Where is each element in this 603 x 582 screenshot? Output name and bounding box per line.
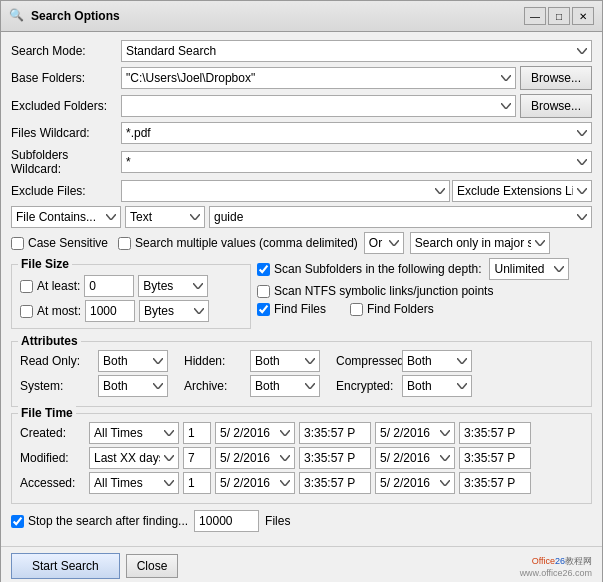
at-most-input[interactable] bbox=[85, 300, 135, 322]
system-select[interactable]: Both bbox=[98, 375, 168, 397]
accessed-n-input[interactable] bbox=[183, 472, 211, 494]
files-wildcard-select[interactable]: *.pdf bbox=[121, 122, 592, 144]
at-most-label: At most: bbox=[37, 304, 81, 318]
case-sensitive-checkbox-label[interactable]: Case Sensitive bbox=[11, 236, 108, 250]
files-wildcard-label: Files Wildcard: bbox=[11, 126, 121, 140]
search-multiple-checkbox[interactable] bbox=[118, 237, 131, 250]
archive-label: Archive: bbox=[184, 379, 244, 393]
at-most-checkbox[interactable] bbox=[20, 305, 33, 318]
created-time2-input[interactable] bbox=[459, 422, 531, 444]
find-folders-text: Find Folders bbox=[367, 302, 434, 316]
exclude-files-select[interactable] bbox=[121, 180, 450, 202]
start-search-button[interactable]: Start Search bbox=[11, 553, 120, 579]
search-mode-row: Search Mode: Standard Search bbox=[11, 40, 592, 62]
read-only-select[interactable]: Both bbox=[98, 350, 168, 372]
modified-time1-input[interactable] bbox=[299, 447, 371, 469]
stop-search-files-label: Files bbox=[265, 514, 290, 528]
accessed-date1-select[interactable]: 5/ 2/2016 bbox=[215, 472, 295, 494]
attr-row-1: Read Only: Both Hidden: Both Compressed:… bbox=[20, 350, 583, 372]
stop-search-checkbox-label[interactable]: Stop the search after finding... bbox=[11, 514, 188, 528]
minimize-button[interactable]: — bbox=[524, 7, 546, 25]
excluded-folders-browse-button[interactable]: Browse... bbox=[520, 94, 592, 118]
exclude-files-row: Exclude Files: Exclude Extensions List bbox=[11, 180, 592, 202]
close-button[interactable]: Close bbox=[126, 554, 179, 578]
scan-subfolders-checkbox[interactable] bbox=[257, 263, 270, 276]
search-mode-select[interactable]: Standard Search bbox=[121, 40, 592, 62]
excluded-folders-label: Excluded Folders: bbox=[11, 99, 121, 113]
encrypted-label: Encrypted: bbox=[336, 379, 396, 393]
hidden-select[interactable]: Both bbox=[250, 350, 320, 372]
scan-ntfs-text: Scan NTFS symbolic links/junction points bbox=[274, 284, 493, 298]
file-contains-type-select[interactable]: File Contains... bbox=[11, 206, 121, 228]
or-select[interactable]: Or bbox=[364, 232, 404, 254]
created-n-input[interactable] bbox=[183, 422, 211, 444]
scan-ntfs-row: Scan NTFS symbolic links/junction points bbox=[257, 284, 592, 298]
at-least-input[interactable] bbox=[84, 275, 134, 297]
at-least-checkbox[interactable] bbox=[20, 280, 33, 293]
bottom-bar: Start Search Close Office26教程网 www.offic… bbox=[1, 546, 602, 582]
search-major-select[interactable]: Search only in major stre bbox=[410, 232, 550, 254]
scan-ntfs-checkbox[interactable] bbox=[257, 285, 270, 298]
accessed-time1-input[interactable] bbox=[299, 472, 371, 494]
dialog-icon: 🔍 bbox=[9, 8, 25, 24]
accessed-label: Accessed: bbox=[20, 476, 85, 490]
file-contains-value-select[interactable]: guide bbox=[209, 206, 592, 228]
find-files-checkbox[interactable] bbox=[257, 303, 270, 316]
accessed-time2-input[interactable] bbox=[459, 472, 531, 494]
scan-subfolders-label[interactable]: Scan Subfolders in the following depth: bbox=[257, 262, 481, 276]
stop-search-row: Stop the search after finding... Files bbox=[11, 510, 592, 532]
modified-n-input[interactable] bbox=[183, 447, 211, 469]
created-type-select[interactable]: All Times bbox=[89, 422, 179, 444]
created-time1-input[interactable] bbox=[299, 422, 371, 444]
modified-date2-select[interactable]: 5/ 2/2016 bbox=[375, 447, 455, 469]
created-date2-select[interactable]: 5/ 2/2016 bbox=[375, 422, 455, 444]
case-sensitive-checkbox[interactable] bbox=[11, 237, 24, 250]
search-multiple-label: Search multiple values (comma delimited) bbox=[135, 236, 358, 250]
archive-select[interactable]: Both bbox=[250, 375, 320, 397]
case-sensitive-label: Case Sensitive bbox=[28, 236, 108, 250]
scan-depth-select[interactable]: Unlimited bbox=[489, 258, 569, 280]
subfolders-wildcard-select[interactable]: * bbox=[121, 151, 592, 173]
exclude-ext-select[interactable]: Exclude Extensions List bbox=[452, 180, 592, 202]
find-folders-checkbox[interactable] bbox=[350, 303, 363, 316]
excluded-folders-row: Excluded Folders: Browse... bbox=[11, 94, 592, 118]
scan-ntfs-label[interactable]: Scan NTFS symbolic links/junction points bbox=[257, 284, 493, 298]
file-contains-text-select[interactable]: Text bbox=[125, 206, 205, 228]
files-wildcard-row: Files Wildcard: *.pdf bbox=[11, 122, 592, 144]
logo-office-text: Office bbox=[532, 556, 555, 566]
logo-28-text: 26 bbox=[555, 556, 565, 566]
find-files-text: Find Files bbox=[274, 302, 326, 316]
modified-time2-input[interactable] bbox=[459, 447, 531, 469]
bottom-right: Office26教程网 www.office26.com bbox=[520, 555, 592, 578]
stop-search-value-input[interactable] bbox=[194, 510, 259, 532]
modified-type-select[interactable]: Last XX days bbox=[89, 447, 179, 469]
search-mode-label: Search Mode: bbox=[11, 44, 121, 58]
base-folders-row: Base Folders: "C:\Users\Joel\Dropbox" Br… bbox=[11, 66, 592, 90]
subfolders-wildcard-row: Subfolders Wildcard: * bbox=[11, 148, 592, 176]
stop-search-checkbox[interactable] bbox=[11, 515, 24, 528]
accessed-date2-select[interactable]: 5/ 2/2016 bbox=[375, 472, 455, 494]
compressed-select[interactable]: Both bbox=[402, 350, 472, 372]
logo-url: www.office26.com bbox=[520, 568, 592, 578]
read-only-label: Read Only: bbox=[20, 354, 92, 368]
attributes-title: Attributes bbox=[18, 334, 81, 348]
file-size-section: File Size At least: Bytes At most: Bytes bbox=[11, 264, 251, 329]
at-least-unit-select[interactable]: Bytes bbox=[138, 275, 208, 297]
base-folders-browse-button[interactable]: Browse... bbox=[520, 66, 592, 90]
modified-date1-select[interactable]: 5/ 2/2016 bbox=[215, 447, 295, 469]
accessed-type-select[interactable]: All Times bbox=[89, 472, 179, 494]
created-date1-select[interactable]: 5/ 2/2016 bbox=[215, 422, 295, 444]
file-contains-row: File Contains... Text guide bbox=[11, 206, 592, 228]
encrypted-select[interactable]: Both bbox=[402, 375, 472, 397]
maximize-button[interactable]: □ bbox=[548, 7, 570, 25]
base-folders-select[interactable]: "C:\Users\Joel\Dropbox" bbox=[121, 67, 516, 89]
file-time-section: File Time Created: All Times 5/ 2/2016 5… bbox=[11, 413, 592, 504]
search-multiple-checkbox-label[interactable]: Search multiple values (comma delimited) bbox=[118, 236, 358, 250]
close-window-button[interactable]: ✕ bbox=[572, 7, 594, 25]
find-files-label[interactable]: Find Files bbox=[257, 302, 326, 316]
at-most-unit-select[interactable]: Bytes bbox=[139, 300, 209, 322]
find-folders-label[interactable]: Find Folders bbox=[350, 302, 434, 316]
compressed-label: Compressed: bbox=[336, 354, 396, 368]
subfolders-wildcard-label: Subfolders Wildcard: bbox=[11, 148, 121, 176]
excluded-folders-select[interactable] bbox=[121, 95, 516, 117]
